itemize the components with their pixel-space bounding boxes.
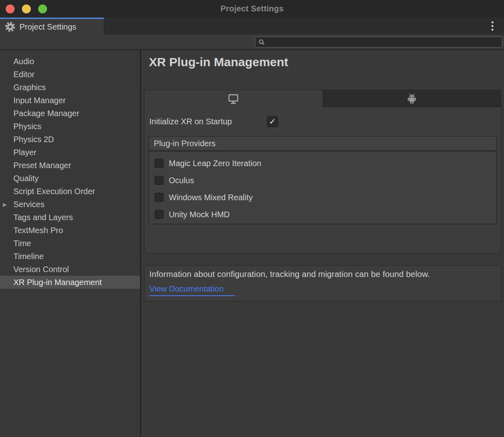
provider-row-magic-leap-zero-iteration: Magic Leap Zero Iteration xyxy=(149,155,496,172)
info-text: Information about configuration, trackin… xyxy=(149,269,495,279)
search-field[interactable] xyxy=(255,37,502,48)
sidebar-item-services[interactable]: ▶Services xyxy=(0,198,140,211)
provider-row-unity-mock-hmd: Unity Mock HMD xyxy=(149,206,496,223)
sidebar-item-label: Physics xyxy=(13,122,41,131)
xr-management-panel: Initialize XR on Startup ✓ Plug-in Provi… xyxy=(144,90,501,253)
sidebar-item-time[interactable]: Time xyxy=(0,237,140,250)
editor-tab-bar: Project Settings xyxy=(0,17,504,35)
android-icon xyxy=(406,93,418,105)
provider-label: Windows Mixed Reality xyxy=(169,193,253,202)
info-box: Information about configuration, trackin… xyxy=(144,265,501,301)
provider-label: Unity Mock HMD xyxy=(169,210,230,219)
platform-tabs xyxy=(144,90,501,107)
sidebar-item-preset-manager[interactable]: Preset Manager xyxy=(0,159,140,172)
provider-checkbox-unity-mock-hmd[interactable] xyxy=(155,210,164,219)
search-input[interactable] xyxy=(267,39,502,46)
sidebar-item-physics[interactable]: Physics xyxy=(0,120,140,133)
sidebar-item-label: Package Manager xyxy=(13,109,79,118)
sidebar-item-label: Script Execution Order xyxy=(13,187,95,196)
sidebar-item-input-manager[interactable]: Input Manager xyxy=(0,94,140,107)
sidebar-item-label: Time xyxy=(13,239,31,248)
sidebar-item-tags-and-layers[interactable]: Tags and Layers xyxy=(0,211,140,224)
settings-sidebar: AudioEditorGraphicsInput ManagerPackage … xyxy=(0,50,141,437)
search-toolbar xyxy=(0,35,504,50)
sidebar-item-label: Input Manager xyxy=(13,96,66,105)
xr-panel-body: Initialize XR on Startup ✓ Plug-in Provi… xyxy=(144,116,501,253)
sidebar-item-label: Graphics xyxy=(13,83,46,92)
window-title: Project Settings xyxy=(0,4,504,13)
sidebar-item-graphics[interactable]: Graphics xyxy=(0,81,140,94)
kebab-menu-icon[interactable] xyxy=(490,20,495,32)
sidebar-item-textmesh-pro[interactable]: TextMesh Pro xyxy=(0,224,140,237)
project-settings-window: Project Settings Project Settings AudioE… xyxy=(0,0,504,437)
search-icon xyxy=(258,39,265,45)
macos-titlebar: Project Settings xyxy=(0,0,504,17)
expand-arrow-icon[interactable]: ▶ xyxy=(3,201,7,208)
sidebar-item-label: Editor xyxy=(13,70,34,79)
sidebar-item-timeline[interactable]: Timeline xyxy=(0,250,140,263)
sidebar-item-editor[interactable]: Editor xyxy=(0,68,140,81)
tab-project-settings[interactable]: Project Settings xyxy=(0,17,104,35)
checkmark-icon: ✓ xyxy=(269,117,276,125)
provider-checkbox-magic-leap-zero-iteration[interactable] xyxy=(155,159,164,168)
sidebar-item-quality[interactable]: Quality xyxy=(0,172,140,185)
provider-row-oculus: Oculus xyxy=(149,172,496,189)
sidebar-item-xr-plug-in-management[interactable]: XR Plug-in Management xyxy=(0,276,140,289)
tab-label: Project Settings xyxy=(19,22,76,32)
sidebar-item-version-control[interactable]: Version Control xyxy=(0,263,140,276)
sidebar-item-physics-2d[interactable]: Physics 2D xyxy=(0,133,140,146)
sidebar-item-label: Quality xyxy=(13,174,39,183)
sidebar-item-player[interactable]: Player xyxy=(0,146,140,159)
sidebar-item-label: Timeline xyxy=(13,252,44,261)
sidebar-item-audio[interactable]: Audio xyxy=(0,55,140,68)
page-title: XR Plug-in Management xyxy=(149,55,504,69)
provider-label: Magic Leap Zero Iteration xyxy=(169,159,261,168)
sidebar-item-label: Preset Manager xyxy=(13,161,71,170)
provider-checkbox-windows-mixed-reality[interactable] xyxy=(155,193,164,202)
initialize-xr-label: Initialize XR on Startup xyxy=(149,117,267,126)
view-documentation-link[interactable]: View Documentation xyxy=(149,284,235,296)
plugin-providers-header: Plug-in Providers xyxy=(149,136,497,151)
sidebar-item-label: Services xyxy=(13,200,45,209)
tab-desktop-platform[interactable] xyxy=(144,90,323,107)
plugin-providers-list: Magic Leap Zero IterationOculusWindows M… xyxy=(149,151,497,224)
content-area: AudioEditorGraphicsInput ManagerPackage … xyxy=(0,50,504,437)
gear-icon xyxy=(5,22,15,32)
initialize-xr-checkbox[interactable]: ✓ xyxy=(267,116,278,127)
sidebar-item-label: Audio xyxy=(13,57,34,66)
settings-main-panel: XR Plug-in Management xyxy=(141,50,504,437)
initialize-xr-row: Initialize XR on Startup ✓ xyxy=(149,116,501,127)
sidebar-item-label: TextMesh Pro xyxy=(13,226,63,235)
provider-checkbox-oculus[interactable] xyxy=(155,176,164,185)
provider-label: Oculus xyxy=(169,176,194,185)
sidebar-item-label: Tags and Layers xyxy=(13,213,73,222)
sidebar-item-label: Player xyxy=(13,148,37,157)
desktop-monitor-icon xyxy=(228,93,239,104)
tab-android-platform[interactable] xyxy=(323,90,501,107)
sidebar-item-label: Physics 2D xyxy=(13,135,54,144)
sidebar-item-label: Version Control xyxy=(13,265,69,274)
provider-row-windows-mixed-reality: Windows Mixed Reality xyxy=(149,189,496,206)
sidebar-item-package-manager[interactable]: Package Manager xyxy=(0,107,140,120)
sidebar-item-script-execution-order[interactable]: Script Execution Order xyxy=(0,185,140,198)
sidebar-item-label: XR Plug-in Management xyxy=(13,278,102,287)
